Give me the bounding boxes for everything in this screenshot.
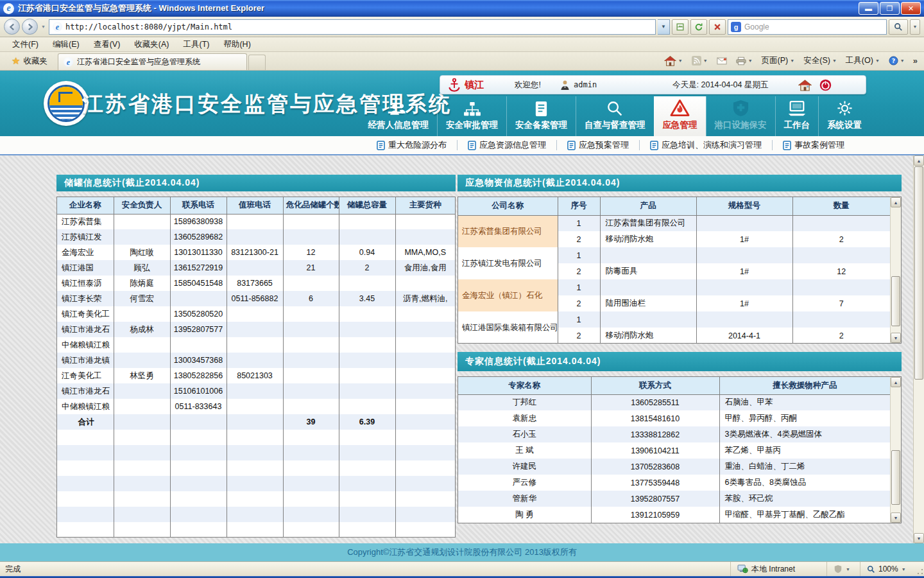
scroll-thumb[interactable] (891, 450, 900, 505)
table-row[interactable]: 陶 勇13912105959甲缩醛、甲基异丁基酮、乙酸乙酯 (458, 507, 890, 523)
table-row[interactable]: 袁新忠13815481610甲醇、异丙醇、丙酮 (458, 410, 890, 426)
scroll-down-button[interactable]: ▼ (891, 512, 901, 523)
scroll-down-button[interactable]: ▼ (914, 533, 924, 543)
subnav-item-5[interactable]: 事故案例管理 (773, 139, 855, 151)
back-button[interactable] (4, 19, 20, 35)
scroll-thumb[interactable] (891, 276, 900, 326)
scroll-down-button[interactable]: ▼ (891, 333, 901, 343)
page-scrollbar[interactable]: ▲ ▼ (913, 155, 924, 543)
table-row[interactable]: 石小玉133388128623类易燃液体、4类易燃固体 (458, 426, 890, 442)
resize-grip[interactable] (915, 562, 924, 576)
table-row[interactable]: 镇江李长荣何雪宏0511-85688263.45沥青,燃料油, (57, 291, 455, 306)
stop-button[interactable] (709, 19, 726, 35)
cell (170, 337, 227, 353)
table-row[interactable]: 镇江市港龙石杨成林13952807577 (57, 322, 455, 337)
compatibility-view-button[interactable] (672, 19, 689, 35)
table-row[interactable]: 镇江市港龙镇13003457368 (57, 353, 455, 368)
table-row[interactable]: 金海宏业（镇江）石化1 (458, 279, 890, 295)
search-options-dropdown[interactable]: ▼ (910, 19, 920, 35)
mail-button[interactable] (714, 56, 730, 66)
cell (283, 276, 339, 291)
table-row[interactable]: 王 斌13906104211苯乙烯、甲基丙 (458, 442, 890, 459)
menu-item-3[interactable]: 查看(V) (87, 37, 128, 52)
nav-item-shield[interactable]: 港口设施保安 (706, 96, 775, 136)
table-row[interactable]: 管新华13952807557苯胺、环己烷 (458, 491, 890, 507)
table-row[interactable]: 江苏镇江发电有限公司1 (458, 247, 890, 263)
empty-row (57, 507, 455, 522)
home-icon[interactable] (798, 79, 812, 91)
safety-menu[interactable]: 安全(S)▼ (800, 54, 840, 67)
cell (227, 322, 283, 337)
table-row[interactable]: 江苏镇江发13605289682 (57, 229, 455, 245)
scroll-thumb[interactable] (914, 166, 923, 380)
table-row[interactable]: 镇江港国际集装箱有限公司1 (458, 311, 890, 328)
scroll-up-button[interactable]: ▲ (891, 197, 901, 207)
logout-icon[interactable] (819, 79, 832, 91)
total-row[interactable]: 合计396.39 (57, 414, 455, 430)
subnav-item-3[interactable]: 应急预案管理 (557, 139, 639, 151)
table-row[interactable]: 镇江奇美化工13505280520 (57, 306, 455, 322)
scroll-up-button[interactable]: ▲ (914, 155, 924, 166)
cell: 21 (283, 260, 339, 276)
forward-button[interactable] (22, 19, 38, 35)
cell: 13952807577 (170, 322, 227, 337)
cell (339, 430, 395, 445)
table-row[interactable]: 镇江港国顾弘13615272919212食用油,食用 (57, 260, 455, 276)
menu-item-1[interactable]: 文件(F) (5, 37, 46, 52)
menu-item-2[interactable]: 编辑(E) (46, 37, 87, 52)
table-row[interactable]: 丁邦红13605285511石脑油、甲苯 (458, 394, 890, 410)
search-box[interactable]: g (728, 19, 887, 35)
table-row[interactable]: 许建民13705283608重油、白蜡油、丁二烯 (458, 459, 890, 475)
nav-item-document[interactable]: 安全备案管理 (506, 96, 576, 136)
menu-item-4[interactable]: 收藏夹(A) (127, 37, 176, 52)
search-input[interactable] (744, 22, 884, 31)
browser-tab[interactable]: e 江苏省港口安全监管与应急管理系统 (58, 53, 247, 70)
search-button[interactable] (889, 19, 908, 35)
table-row[interactable]: 镇江恒泰沥陈炳庭1585045154883173665 (57, 276, 455, 291)
cell (114, 507, 170, 522)
table-row[interactable]: 中储粮镇江粮0511-833643 (57, 399, 455, 414)
table-row[interactable]: 严云修137753594486类毒害品、8类腐蚀品 (458, 475, 890, 491)
subnav-item-1[interactable]: 重大危险源分布 (366, 139, 457, 151)
app-header: 江苏省港口安全监管与应急管理系统 镇江 欢迎您! admin 今天是: 2014… (0, 71, 924, 136)
help-menu[interactable]: ? ▼ (886, 55, 908, 67)
overflow-chevron[interactable]: » (911, 56, 918, 66)
rss-button[interactable]: ▼ (689, 55, 711, 67)
home-button[interactable]: ▼ (661, 54, 686, 67)
page-status-menu[interactable]: ▼ (826, 562, 860, 576)
table-row[interactable]: 金海宏业陶红暾1301301133083121300-21120.94MMA,M… (57, 245, 455, 260)
supplies-scrollbar[interactable]: ▲ ▼ (890, 197, 901, 343)
history-dropdown[interactable]: ▼ (40, 24, 47, 29)
table-row[interactable]: 镇江市港龙石15106101006 (57, 383, 455, 399)
nav-item-org-chart[interactable]: 安全审批管理 (437, 96, 506, 136)
nav-item-magnifier[interactable]: 自查与督查管理 (576, 96, 654, 136)
nav-item-warning-triangle[interactable]: 应急管理 (654, 96, 706, 136)
subnav-item-4[interactable]: 应急培训、演练和演习管理 (640, 139, 772, 151)
page-menu[interactable]: 页面(P)▼ (758, 54, 798, 67)
nav-item-gear[interactable]: 系统设置 (818, 96, 870, 136)
favorites-button[interactable]: ★ 收藏夹 (4, 53, 55, 69)
tab-favicon: e (64, 57, 73, 67)
new-tab-button[interactable] (248, 55, 266, 70)
table-row[interactable]: 江苏索普集15896380938 (57, 214, 455, 229)
experts-scrollbar[interactable]: ▲ ▼ (890, 377, 901, 523)
table-row[interactable]: 江奇美化工林坚勇1380528285685021303 (57, 368, 455, 383)
minimize-button[interactable]: ▬ (859, 2, 878, 15)
restore-button[interactable]: ❐ (880, 2, 900, 15)
nav-item-workbench[interactable]: 工作台 (775, 96, 819, 136)
subnav-item-2[interactable]: 应急资源信息管理 (458, 139, 556, 151)
scroll-up-button[interactable]: ▲ (891, 377, 901, 387)
print-button[interactable]: ▼ (733, 55, 756, 67)
address-bar[interactable]: e http://localhost:8080/yjpt/Main.html (49, 19, 656, 35)
close-button[interactable]: ✕ (901, 2, 921, 15)
table-row[interactable]: 江苏索普集团有限公司1江苏索普集团有限公司 (458, 215, 890, 231)
menu-item-5[interactable]: 工具(T) (176, 37, 216, 52)
table-row[interactable]: 中储粮镇江粮 (57, 337, 455, 353)
cell (395, 507, 455, 522)
zoom-control[interactable]: 100% ▼ (860, 562, 915, 576)
menu-item-6[interactable]: 帮助(H) (216, 37, 257, 52)
address-dropdown[interactable]: ▼ (658, 19, 670, 35)
tools-menu[interactable]: 工具(O)▼ (843, 54, 883, 67)
refresh-button[interactable] (690, 19, 707, 35)
nav-item-people[interactable]: 经营人信息管理 (360, 96, 438, 136)
